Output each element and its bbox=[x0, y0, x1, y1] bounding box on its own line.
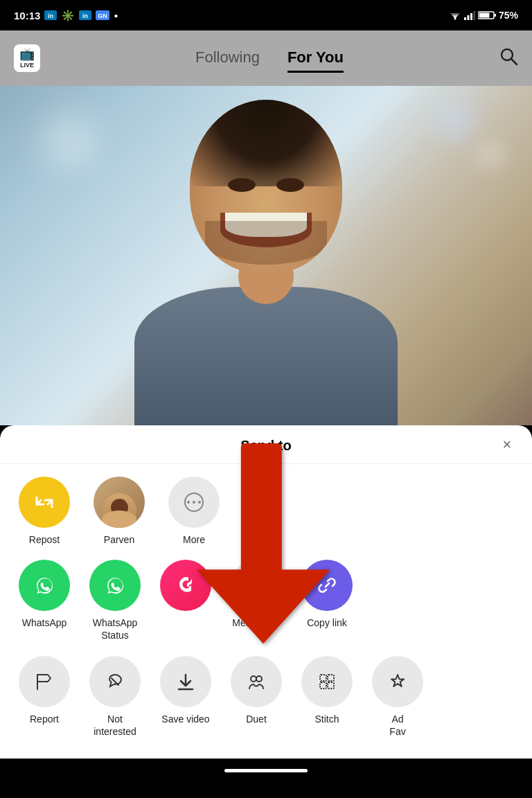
not-interested-icon bbox=[89, 656, 141, 707]
svg-rect-13 bbox=[473, 11, 475, 20]
stitch-icon bbox=[301, 656, 353, 707]
svg-text:in: in bbox=[82, 12, 88, 19]
svg-point-9 bbox=[454, 18, 456, 20]
action-row: Report Notinterested Save video bbox=[0, 649, 532, 745]
svg-text:in: in bbox=[48, 12, 53, 19]
svg-point-21 bbox=[193, 501, 195, 504]
report-label: Report bbox=[30, 713, 59, 725]
repost-item[interactable]: Repost bbox=[17, 477, 72, 546]
bokeh3 bbox=[477, 141, 504, 169]
linkedin-icon2: in bbox=[79, 10, 91, 20]
share-row: Repost Parven More bbox=[0, 464, 532, 553]
svg-rect-33 bbox=[328, 675, 334, 681]
save-video-icon bbox=[160, 656, 211, 707]
more-label: More bbox=[183, 533, 205, 546]
duet-item[interactable]: Duet bbox=[229, 656, 284, 725]
home-indicator bbox=[0, 759, 532, 783]
dot-icon: ● bbox=[114, 12, 118, 19]
tab-following[interactable]: Following bbox=[195, 44, 260, 73]
parven-label: Parven bbox=[104, 533, 134, 546]
stitch-item[interactable]: Stitch bbox=[299, 656, 355, 725]
svg-rect-12 bbox=[470, 13, 472, 20]
whatsapp-status-icon bbox=[89, 560, 141, 611]
svg-rect-10 bbox=[464, 17, 466, 20]
parven-item[interactable]: Parven bbox=[91, 477, 147, 546]
bokeh1 bbox=[42, 114, 97, 169]
dewdrop-icon: ✳️ bbox=[61, 9, 75, 22]
bokeh2 bbox=[435, 100, 477, 141]
svg-point-25 bbox=[245, 574, 267, 596]
svg-rect-15 bbox=[494, 14, 496, 17]
add-fav-item[interactable]: AdFav bbox=[370, 656, 425, 738]
home-bar bbox=[224, 769, 308, 772]
close-button[interactable]: × bbox=[496, 434, 518, 456]
whatsapp-status-label: WhatsAppStatus bbox=[93, 617, 138, 641]
not-interested-item[interactable]: Notinterested bbox=[87, 656, 143, 738]
messenger-item[interactable]: Messenger bbox=[229, 560, 284, 629]
report-icon bbox=[19, 656, 70, 707]
svg-rect-34 bbox=[320, 682, 326, 689]
add-fav-icon bbox=[372, 656, 423, 707]
svg-point-20 bbox=[187, 501, 190, 504]
svg-line-18 bbox=[511, 59, 517, 64]
send-to-sheet: Send to × Repost Pa bbox=[0, 425, 532, 759]
stitch-label: Stitch bbox=[314, 713, 339, 725]
tab-for-you[interactable]: For You bbox=[287, 44, 344, 73]
svg-point-30 bbox=[251, 676, 256, 682]
svg-point-22 bbox=[198, 501, 201, 504]
whatsapp-icon bbox=[19, 560, 70, 611]
app-row: WhatsApp WhatsAppStatus bbox=[0, 553, 532, 648]
signal-icon bbox=[464, 10, 475, 20]
whatsapp-status-item[interactable]: WhatsAppStatus bbox=[87, 560, 143, 641]
duet-label: Duet bbox=[246, 713, 267, 725]
whatsapp-item[interactable]: WhatsApp bbox=[17, 560, 72, 629]
report-item[interactable]: Report bbox=[17, 656, 72, 725]
more-item[interactable]: More bbox=[166, 477, 222, 546]
person-silhouette bbox=[134, 107, 398, 425]
svg-text:GN: GN bbox=[98, 12, 108, 19]
video-area bbox=[0, 86, 532, 425]
save-video-label: Save video bbox=[161, 713, 209, 725]
messenger-icon bbox=[231, 560, 282, 611]
not-interested-label: Notinterested bbox=[94, 713, 136, 738]
linkedin-icon: in bbox=[44, 10, 57, 20]
live-button[interactable]: 📺 LIVE bbox=[14, 44, 40, 72]
svg-rect-11 bbox=[467, 15, 469, 20]
send-to-header: Send to × bbox=[0, 425, 532, 464]
status-bar: 10:13 in ✳️ in GN ● 75% bbox=[0, 0, 532, 30]
live-label: LIVE bbox=[20, 62, 34, 69]
svg-rect-35 bbox=[328, 682, 334, 689]
add-fav-label: AdFav bbox=[389, 713, 405, 738]
repost-icon bbox=[19, 477, 70, 528]
top-nav: 📺 LIVE Following For You bbox=[0, 30, 532, 86]
battery-icon bbox=[478, 10, 496, 20]
nav-tabs: Following For You bbox=[195, 44, 344, 73]
status-time: 10:13 in ✳️ in GN ● bbox=[14, 9, 118, 22]
tiktok-icon bbox=[160, 560, 211, 611]
wifi-icon bbox=[449, 10, 461, 20]
send-to-title: Send to bbox=[240, 438, 291, 454]
svg-point-31 bbox=[256, 676, 262, 682]
repost-label: Repost bbox=[29, 533, 60, 546]
svg-rect-16 bbox=[479, 13, 489, 18]
copylink-icon bbox=[301, 560, 353, 611]
tv-icon: 📺 bbox=[19, 47, 35, 62]
copylink-label: Copy link bbox=[307, 617, 347, 629]
parven-avatar bbox=[94, 477, 145, 528]
copylink-item[interactable]: Copy link bbox=[299, 560, 355, 629]
save-video-item[interactable]: Save video bbox=[158, 656, 213, 725]
tiktok-item[interactable] bbox=[158, 560, 213, 617]
more-icon bbox=[168, 477, 220, 528]
google-news-icon: GN bbox=[96, 10, 109, 20]
duet-icon bbox=[231, 656, 282, 707]
messenger-label: Messenger bbox=[232, 617, 280, 629]
search-icon[interactable] bbox=[499, 46, 518, 71]
status-icons: 75% bbox=[449, 10, 518, 21]
svg-rect-32 bbox=[320, 675, 326, 681]
whatsapp-label: WhatsApp bbox=[22, 617, 67, 629]
